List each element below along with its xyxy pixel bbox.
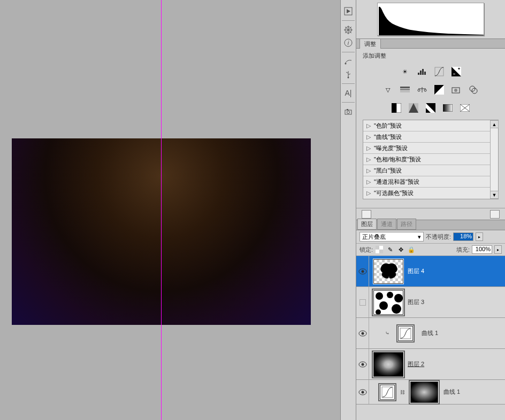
svg-line-13 <box>348 74 350 75</box>
opacity-arrow-icon[interactable]: ▸ <box>476 232 483 241</box>
lock-position-icon[interactable]: ✥ <box>396 245 405 254</box>
preset-label: "色相/饱和度"预设 <box>374 155 421 164</box>
brightness-icon[interactable]: ☀ <box>399 65 411 78</box>
histogram[interactable] <box>377 3 484 36</box>
lock-all-icon[interactable]: 🔒 <box>407 245 416 254</box>
lock-transparency-icon[interactable] <box>375 245 384 254</box>
layer-row[interactable]: 图层 2 <box>356 349 505 380</box>
scroll-down-icon[interactable]: ▼ <box>490 191 499 199</box>
svg-point-39 <box>472 88 477 94</box>
vibrance-icon[interactable]: ▽ <box>381 83 394 96</box>
new-adj-button[interactable] <box>362 210 371 219</box>
invert-icon[interactable] <box>390 102 403 114</box>
vertical-guide[interactable] <box>161 0 162 420</box>
blend-mode-select[interactable]: 正片叠底 ▾ <box>359 232 424 242</box>
svg-point-66 <box>361 363 364 365</box>
fill-arrow-icon[interactable]: ▸ <box>494 245 502 254</box>
disclosure-arrow-icon: ▷ <box>366 122 372 129</box>
visibility-off-icon[interactable] <box>359 299 366 306</box>
clip-icon: ⤷ <box>385 330 389 336</box>
preset-channel-mixer[interactable]: ▷"通道混和器"预设 <box>363 176 490 188</box>
layer-thumb[interactable] <box>373 259 403 284</box>
scroll-up-icon[interactable]: ▲ <box>490 120 499 128</box>
layer-row[interactable]: 图层 3 <box>356 287 505 318</box>
camera-icon[interactable] <box>342 106 354 118</box>
threshold-icon[interactable] <box>424 102 437 114</box>
adjustments-footer <box>356 208 505 220</box>
adjustment-thumb[interactable] <box>380 385 395 400</box>
lock-label: 锁定: <box>359 246 373 254</box>
preset-exposure[interactable]: ▷"曝光度"预设 <box>363 143 490 154</box>
preset-curves[interactable]: ▷"曲线"预设 <box>363 131 490 143</box>
bw-icon[interactable] <box>433 83 446 96</box>
fill-input[interactable]: 100% <box>472 245 492 254</box>
svg-rect-20 <box>424 72 426 75</box>
info-icon[interactable]: i <box>342 37 354 49</box>
tab-layers[interactable]: 图层 <box>357 219 377 230</box>
lock-pixels-icon[interactable]: ✎ <box>386 245 394 254</box>
trash-button[interactable] <box>490 210 500 219</box>
visibility-eye-icon[interactable] <box>358 361 367 368</box>
play-icon[interactable] <box>342 5 354 17</box>
svg-rect-16 <box>347 109 348 110</box>
preset-levels[interactable]: ▷"色阶"预设 <box>363 120 490 131</box>
layer-name[interactable]: 图层 2 <box>408 360 424 368</box>
svg-rect-28 <box>400 89 410 90</box>
selective-color-icon[interactable] <box>458 102 471 114</box>
svg-rect-26 <box>453 74 455 74</box>
text-icon[interactable]: A| <box>342 87 354 99</box>
preset-label: "曲线"预设 <box>374 133 402 141</box>
svg-point-57 <box>387 292 393 298</box>
preset-selective-color[interactable]: ▷"可选颜色"预设 <box>363 188 490 199</box>
layer-name[interactable]: 图层 4 <box>408 267 424 275</box>
mask-thumb[interactable] <box>410 382 438 403</box>
tab-channels[interactable]: 通道 <box>377 219 396 230</box>
visibility-eye-icon[interactable] <box>358 389 367 395</box>
layers-panel: 图层 通道 路径 正片叠底 ▾ 不透明度: 18% ▸ 锁定: ✎ ✥ 🔒 填充… <box>356 220 505 420</box>
svg-point-37 <box>454 89 457 92</box>
disclosure-arrow-icon: ▷ <box>366 156 372 163</box>
svg-point-32 <box>418 89 420 91</box>
exposure-icon[interactable] <box>450 65 463 78</box>
visibility-eye-icon[interactable] <box>358 268 367 275</box>
layer-name[interactable]: 曲线 1 <box>422 329 438 337</box>
photo-filter-icon[interactable] <box>450 83 463 96</box>
visibility-eye-icon[interactable] <box>358 330 367 337</box>
layer-thumb[interactable] <box>373 352 403 377</box>
svg-point-60 <box>392 304 401 314</box>
presets-scrollbar[interactable]: ▲ ▼ <box>490 120 498 199</box>
gradient-map-icon[interactable] <box>441 102 454 114</box>
curves-icon[interactable] <box>433 65 446 78</box>
adjustment-thumb[interactable] <box>398 326 413 341</box>
preset-hue-sat[interactable]: ▷"色相/饱和度"预设 <box>363 154 490 165</box>
canvas-area[interactable] <box>0 0 340 420</box>
add-adjustment-label: 添加调整 <box>363 52 499 60</box>
layer-row[interactable]: ⤷ 曲线 1 <box>356 318 505 349</box>
adjustments-tab[interactable]: 调整 <box>359 38 381 49</box>
svg-point-33 <box>424 89 426 91</box>
tab-paths[interactable]: 路径 <box>397 219 416 230</box>
layer-row[interactable]: ⛓ 曲线 1 <box>356 380 505 405</box>
svg-point-56 <box>376 292 383 300</box>
layer-row[interactable]: 图层 4 <box>356 256 505 287</box>
preset-label: "曝光度"预设 <box>374 144 408 152</box>
blend-mode-value: 正片叠底 <box>362 233 386 241</box>
dropdown-arrow-icon: ▾ <box>418 234 421 240</box>
preset-bw[interactable]: ▷"黑白"预设 <box>363 165 490 176</box>
hue-icon[interactable] <box>399 83 411 96</box>
disclosure-arrow-icon: ▷ <box>366 134 372 141</box>
svg-rect-25 <box>459 68 460 70</box>
layer-name[interactable]: 曲线 1 <box>443 388 460 396</box>
brush-tip-icon[interactable] <box>342 56 354 67</box>
posterize-icon[interactable] <box>407 102 420 114</box>
opacity-input[interactable]: 18% <box>453 232 473 241</box>
layer-thumb[interactable] <box>373 290 403 315</box>
layer-name[interactable]: 图层 3 <box>408 298 424 306</box>
channel-mixer-icon[interactable] <box>467 83 480 96</box>
balance-icon[interactable] <box>416 83 429 96</box>
svg-rect-18 <box>420 71 422 75</box>
usb-icon[interactable] <box>342 68 354 80</box>
wheel-icon[interactable] <box>342 24 354 36</box>
levels-icon[interactable] <box>416 65 429 78</box>
svg-rect-53 <box>379 250 383 253</box>
